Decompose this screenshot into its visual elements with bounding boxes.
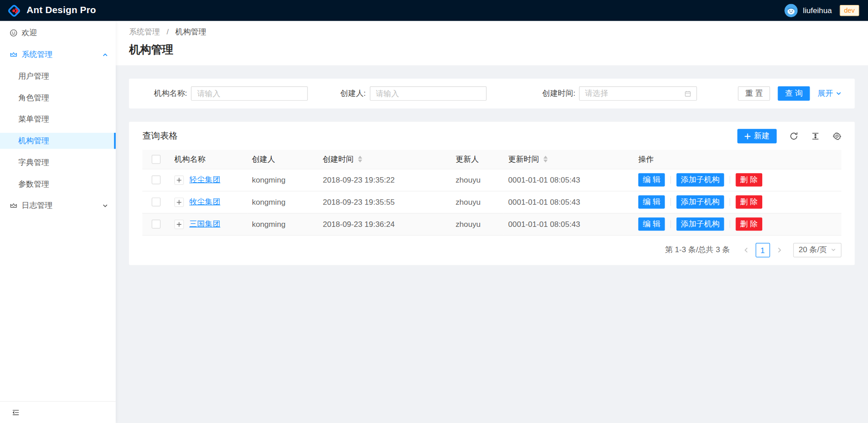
edit-button[interactable]: 编 辑 xyxy=(638,217,665,230)
table-card-title: 查询表格 xyxy=(142,130,178,142)
delete-button[interactable]: 删 除 xyxy=(736,217,762,230)
creator-label: 创建人: xyxy=(336,89,369,99)
row-checkbox[interactable] xyxy=(152,197,161,207)
column-header-org-name: 机构名称 xyxy=(170,150,247,169)
update-time-cell: 0001-01-01 08:05:43 xyxy=(504,213,634,235)
divider xyxy=(730,176,730,183)
main-content: 系统管理 / 机构管理 机构管理 机构名称: 创建人: xyxy=(116,21,868,423)
org-name-link[interactable]: 三国集团 xyxy=(189,219,221,229)
row-checkbox[interactable] xyxy=(152,175,161,184)
reset-button[interactable]: 重 置 xyxy=(738,86,770,101)
sidebar-item-welcome[interactable]: 欢迎 xyxy=(0,25,116,41)
pagination-total: 第 1-3 条/总共 3 条 xyxy=(665,245,730,255)
create-time-label: 创建时间: xyxy=(531,89,580,99)
reload-icon[interactable] xyxy=(789,132,798,141)
plus-icon xyxy=(177,199,182,204)
breadcrumb-item-system[interactable]: 系统管理 xyxy=(129,27,160,36)
settings-gear-icon[interactable] xyxy=(833,132,842,141)
add-child-org-button[interactable]: 添加子机构 xyxy=(676,195,724,208)
sort-icons[interactable] xyxy=(358,155,363,163)
new-button[interactable]: 新建 xyxy=(737,129,777,143)
edit-button[interactable]: 编 辑 xyxy=(638,173,665,186)
update-time-cell: 0001-01-01 08:05:43 xyxy=(504,169,634,191)
plus-icon xyxy=(177,177,182,182)
column-header-creator: 创建人 xyxy=(247,150,318,169)
new-button-label: 新建 xyxy=(754,131,769,141)
sidebar-item-menu-management[interactable]: 菜单管理 xyxy=(0,111,116,127)
delete-button[interactable]: 删 除 xyxy=(736,173,762,186)
user-avatar[interactable] xyxy=(785,4,798,17)
search-form-card: 机构名称: 创建人: 创建时间: 请选择 xyxy=(129,79,854,108)
expand-link[interactable]: 展开 xyxy=(818,89,842,99)
sidebar-item-role-management[interactable]: 角色管理 xyxy=(0,89,116,106)
org-name-input[interactable] xyxy=(191,86,307,101)
sidebar-item-label: 日志管理 xyxy=(22,201,53,211)
column-height-icon[interactable] xyxy=(811,132,820,141)
org-table: 机构名称 创建人 创建时间 xyxy=(142,150,842,235)
page-title: 机构管理 xyxy=(129,42,854,57)
creator-field: 创建人: xyxy=(336,86,530,101)
column-header-create-time[interactable]: 创建时间 xyxy=(318,150,451,169)
org-name-link[interactable]: 轻尘集团 xyxy=(189,175,221,185)
menu-fold-icon[interactable] xyxy=(12,409,20,417)
creator-input[interactable] xyxy=(370,86,486,101)
sidebar-item-param-management[interactable]: 参数管理 xyxy=(0,176,116,192)
chevron-left-icon xyxy=(743,247,749,253)
calendar-icon xyxy=(684,90,692,97)
next-page-button[interactable] xyxy=(772,243,787,257)
add-child-org-button[interactable]: 添加子机构 xyxy=(676,217,724,230)
row-checkbox[interactable] xyxy=(152,220,161,229)
sidebar-item-dict-management[interactable]: 字典管理 xyxy=(0,155,116,171)
caret-up-icon xyxy=(358,155,363,159)
query-button[interactable]: 查 询 xyxy=(778,86,810,101)
select-all-checkbox[interactable] xyxy=(152,155,161,164)
breadcrumb: 系统管理 / 机构管理 xyxy=(129,27,854,37)
org-name-label: 机构名称: xyxy=(142,89,191,99)
expand-row-button[interactable] xyxy=(175,220,184,229)
sidebar-item-system-management[interactable]: 系统管理 xyxy=(0,47,116,63)
chevron-down-icon xyxy=(831,247,836,252)
org-name-field: 机构名称: xyxy=(142,86,336,101)
search-buttons: 重 置 查 询 展开 xyxy=(730,86,841,101)
table-wrapper: 机构名称 创建人 创建时间 xyxy=(129,150,854,235)
sort-icons[interactable] xyxy=(543,155,548,163)
table-toolbar: 查询表格 新建 xyxy=(129,122,854,150)
updater-cell: zhouyu xyxy=(451,191,504,213)
pagination: 第 1-3 条/总共 3 条 1 20 条/页 xyxy=(129,235,854,265)
sidebar-item-org-management[interactable]: 机构管理 xyxy=(0,133,116,149)
create-time-cell: 2018-09-23 19:35:22 xyxy=(318,169,451,191)
page-number-1[interactable]: 1 xyxy=(755,243,770,257)
expand-row-button[interactable] xyxy=(175,175,184,185)
delete-button[interactable]: 删 除 xyxy=(736,195,762,208)
brand[interactable]: Ant Design Pro xyxy=(8,4,96,17)
page-size-label: 20 条/页 xyxy=(798,245,827,255)
sidebar-item-user-management[interactable]: 用户管理 xyxy=(0,68,116,85)
updater-cell: zhouyu xyxy=(451,213,504,235)
divider xyxy=(730,198,730,206)
divider xyxy=(730,220,730,228)
page-size-select[interactable]: 20 条/页 xyxy=(793,243,841,257)
create-time-field: 创建时间: 请选择 xyxy=(531,86,725,101)
add-child-org-button[interactable]: 添加子机构 xyxy=(676,173,724,186)
datepicker-placeholder: 请选择 xyxy=(585,89,684,99)
sidebar-item-label: 机构管理 xyxy=(18,136,49,146)
sidebar-item-log-management[interactable]: 日志管理 xyxy=(0,197,116,214)
breadcrumb-separator: / xyxy=(166,27,169,36)
sidebar-item-label: 系统管理 xyxy=(22,50,53,60)
user-area: liufeihua dev xyxy=(785,4,859,17)
plus-icon xyxy=(177,221,182,226)
prev-page-button[interactable] xyxy=(739,243,753,257)
divider xyxy=(670,198,671,206)
expand-row-button[interactable] xyxy=(175,197,184,207)
org-name-link[interactable]: 牧尘集团 xyxy=(189,197,221,207)
table-row: 轻尘集团 kongming 2018-09-23 19:35:22 zhouyu… xyxy=(142,169,842,191)
username[interactable]: liufeihua xyxy=(803,6,832,15)
create-time-datepicker[interactable]: 请选择 xyxy=(579,86,697,101)
chevron-right-icon xyxy=(777,247,782,253)
top-header: Ant Design Pro liufeihua dev xyxy=(0,0,868,21)
app-title: Ant Design Pro xyxy=(27,5,96,16)
column-header-update-time[interactable]: 更新时间 xyxy=(504,150,634,169)
edit-button[interactable]: 编 辑 xyxy=(638,195,665,208)
create-time-cell: 2018-09-23 19:35:55 xyxy=(318,191,451,213)
create-time-cell: 2018-09-23 19:36:24 xyxy=(318,213,451,235)
